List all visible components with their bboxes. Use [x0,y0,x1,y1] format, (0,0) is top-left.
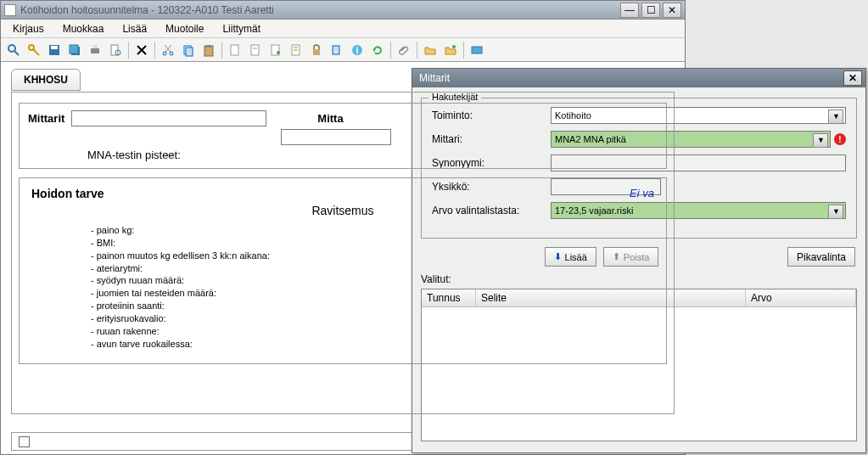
tab-khhosu[interactable]: KHHOSU [11,69,81,91]
pikavalinta-button[interactable]: Pikavalinta [787,247,855,267]
maximize-button[interactable]: ☐ [641,3,660,18]
mitta-label: Mitta [317,112,343,125]
svg-rect-8 [91,48,99,53]
svg-rect-22 [231,45,238,55]
tool-paste-icon[interactable] [199,41,218,59]
list-item: - ruuan rakenne: [91,325,654,338]
svg-point-26 [277,51,280,54]
tool-cut-icon[interactable] [159,41,177,59]
svg-point-15 [170,52,173,55]
mittarit-section: Mittarit Mitta MNA-testin pisteet: [19,103,667,169]
tool-save-icon[interactable] [45,41,64,59]
list-item: - syödyn ruuan määrä: [91,274,654,287]
svg-rect-5 [51,46,58,49]
mittarit-label: Mittarit [28,112,64,125]
toolbar: i [1,38,685,62]
menubar: Kirjaus Muokkaa Lisää Muotoile Liittymät [1,20,685,38]
tool-preview-icon[interactable] [106,41,125,59]
svg-point-14 [163,52,166,55]
dialog-titlebar: Mittarit ✕ [412,69,865,87]
tool-refresh-icon[interactable] [368,41,387,59]
hoidon-right: Ei va [630,187,654,200]
svg-line-3 [33,49,39,55]
tool-copy-icon[interactable] [179,41,198,59]
tool-doc3-icon[interactable] [266,41,285,59]
tool-folder2-icon[interactable] [441,41,460,59]
alert-icon: ! [834,133,846,145]
hoidon-list: - paino kg: - BMI: - painon muutos kg ed… [91,224,654,350]
menu-kirjaus[interactable]: Kirjaus [4,20,53,37]
tool-doc1-icon[interactable] [226,41,244,59]
tool-info-icon[interactable]: i [348,41,367,59]
ravitsemus-heading: Ravitsemus [31,204,654,217]
svg-point-35 [452,45,456,48]
tool-doc2-icon[interactable] [246,41,265,59]
tool-card-icon[interactable] [468,41,486,59]
svg-point-0 [8,45,15,52]
list-item: - ateriarytmi: [91,262,654,275]
list-item: - BMI: [91,237,654,250]
close-button[interactable]: ✕ [663,3,681,18]
list-item: - painon muutos kg edellisen 3 kk:n aika… [91,250,654,262]
svg-line-16 [165,45,171,52]
list-item: - paino kg: [91,224,654,237]
tool-print-icon[interactable] [86,41,104,59]
mittarit-input-2[interactable] [281,129,391,145]
svg-rect-23 [251,45,259,55]
menu-muotoile[interactable]: Muotoile [157,20,212,37]
svg-line-17 [165,45,171,52]
tool-delete-icon[interactable] [132,41,151,59]
list-item: - erityisruokavalio: [91,312,654,325]
menu-muokkaa[interactable]: Muokkaa [54,20,113,37]
svg-rect-30 [313,49,320,55]
menu-liittymat[interactable]: Liittymät [214,20,269,37]
list-item: - juomien tai nesteiden määrä: [91,287,654,300]
tool-search-icon[interactable] [4,41,23,59]
tool-attach-icon[interactable] [395,41,413,59]
list-item: - proteiinin saanti: [91,300,654,312]
svg-text:i: i [356,45,358,55]
svg-rect-31 [333,46,339,54]
svg-rect-19 [186,48,193,56]
tool-saveall-icon[interactable] [65,41,84,59]
grid-header-arvo[interactable]: Arvo [746,289,856,306]
content-area: KHHOSU Yhteenv Mittarit Mitta MN [1,62,685,421]
hoidon-title: Hoidon tarve [31,187,104,200]
mna-row: MNA-testin pisteet: [87,149,658,161]
tool-copy2-icon[interactable] [328,41,346,59]
tool-folder-icon[interactable] [421,41,440,59]
svg-rect-7 [70,45,78,53]
dialog-title: Mittarit [416,72,450,84]
list-item: - avun tarve ruokailessa: [91,338,654,351]
tool-key-icon[interactable] [25,41,43,59]
svg-rect-9 [92,45,98,48]
minimize-button[interactable]: — [620,3,639,18]
dialog-close-button[interactable]: ✕ [843,70,862,86]
tool-lock-icon[interactable] [307,41,326,59]
mittarit-input-1[interactable] [71,110,266,126]
menu-lisaa[interactable]: Lisää [114,20,155,37]
bottom-checkbox[interactable] [19,436,30,447]
hoidon-section: Hoidon tarve Ei va Ravitsemus - paino kg… [19,177,667,364]
svg-rect-21 [206,45,211,48]
svg-rect-36 [472,47,482,53]
tool-doc4-icon[interactable] [287,41,305,59]
app-icon [4,4,16,16]
svg-line-1 [14,51,19,55]
titlebar: Kotihoidon hoitosuunnitelma - 120322-A01… [1,1,685,20]
window-title: Kotihoidon hoitosuunnitelma - 120322-A01… [20,4,620,16]
